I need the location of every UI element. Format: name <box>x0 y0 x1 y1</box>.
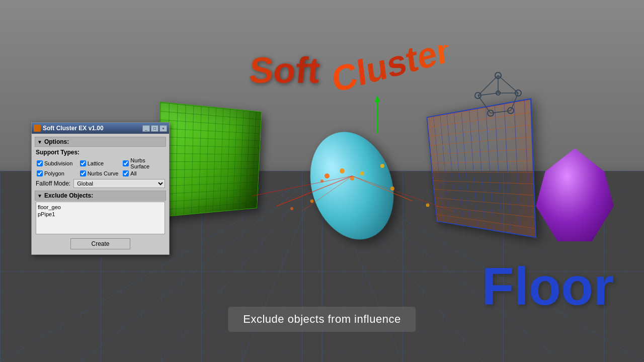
checkbox-lattice: Lattice <box>80 157 121 169</box>
maximize-button[interactable]: □ <box>151 125 158 132</box>
checkbox-all: All <box>123 170 164 176</box>
floor-label: Floor <box>482 256 614 317</box>
minimize-button[interactable]: _ <box>142 125 150 132</box>
options-section-header[interactable]: ▼ Options: <box>35 137 166 147</box>
titlebar-buttons: _ □ × <box>142 125 167 132</box>
green-cube-object <box>159 102 262 217</box>
subtitle-bar: Exclude objects from influence <box>228 307 416 332</box>
checkbox-lattice-input[interactable] <box>80 160 86 166</box>
svg-line-20 <box>478 75 498 96</box>
support-types-label: Support Types: <box>36 149 165 156</box>
checkbox-polygon-label: Polygon <box>44 170 64 176</box>
exclude-label: Exclude Objects: <box>44 192 93 199</box>
exclude-item-floor[interactable]: floor_geo <box>38 204 163 211</box>
dialog-title: Soft Cluster EX v1.00 <box>43 125 104 132</box>
checkbox-nurbs-surface-label: Nurbs Surface <box>130 157 164 169</box>
checkbox-all-label: All <box>130 170 136 176</box>
checkbox-subdivision: Subdivision <box>37 157 78 169</box>
checkbox-subdivision-label: Subdivision <box>44 160 72 166</box>
checkbox-polygon: Polygon <box>37 170 78 176</box>
options-arrow-icon: ▼ <box>37 139 42 145</box>
close-button[interactable]: × <box>159 125 167 132</box>
checkbox-nurbs-curve-label: Nurbs Curve <box>88 170 119 176</box>
svg-line-23 <box>511 93 518 111</box>
dialog-body: ▼ Options: Support Types: Subdivision La… <box>32 134 169 254</box>
exclude-item-ppipe[interactable]: pPipe1 <box>38 211 163 218</box>
checkbox-polygon-input[interactable] <box>37 170 43 176</box>
dialog-titlebar[interactable]: Soft Cluster EX v1.00 _ □ × <box>32 123 169 134</box>
checkbox-lattice-label: Lattice <box>88 160 104 166</box>
checkbox-nurbs-surface: Nurbs Surface <box>123 157 164 169</box>
svg-line-21 <box>498 75 518 93</box>
titlebar-left: Soft Cluster EX v1.00 <box>34 125 104 132</box>
exclude-section-header[interactable]: ▼ Exclude Objects: <box>35 191 166 201</box>
dialog-icon <box>34 125 41 132</box>
node-graph <box>468 65 528 126</box>
create-button[interactable]: Create <box>70 238 130 249</box>
exclude-listbox[interactable]: floor_geo pPipe1 <box>36 202 165 234</box>
falloff-row: Falloff Mode: Global Local Custom <box>36 179 165 188</box>
checkbox-grid: Subdivision Lattice Nurbs Surface Polygo… <box>37 157 164 176</box>
checkbox-nurbs-surface-input[interactable] <box>123 160 129 166</box>
viewport: Soft Cluster Floor <box>0 0 644 362</box>
soft-cluster-dialog: Soft Cluster EX v1.00 _ □ × ▼ Options: S… <box>31 122 170 255</box>
transform-gizmo <box>362 93 392 133</box>
falloff-label: Falloff Mode: <box>36 180 70 187</box>
svg-marker-29 <box>375 96 380 102</box>
falloff-select[interactable]: Global Local Custom <box>73 179 165 188</box>
checkbox-subdivision-input[interactable] <box>37 160 43 166</box>
checkbox-all-input[interactable] <box>123 170 129 176</box>
checkbox-nurbs-curve-input[interactable] <box>80 170 86 176</box>
checkbox-nurbs-curve: Nurbs Curve <box>80 170 121 176</box>
options-label: Options: <box>44 138 69 145</box>
create-button-row: Create <box>35 235 166 252</box>
svg-line-22 <box>478 96 491 113</box>
exclude-arrow-icon: ▼ <box>37 193 42 199</box>
